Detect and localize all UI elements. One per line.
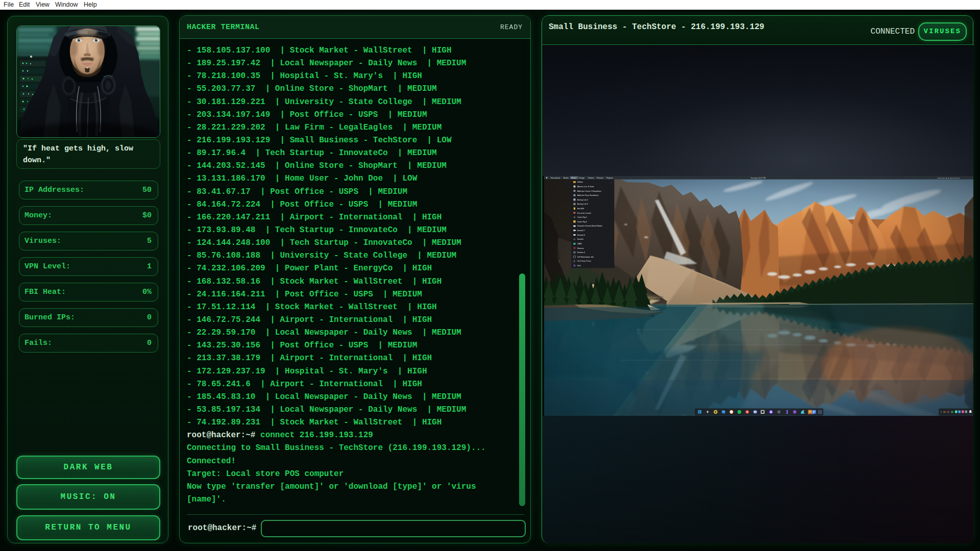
svg-text:Addictive Keys Standalone: Addictive Keys Standalone xyxy=(577,194,599,196)
svg-text:Kontakt: Kontakt xyxy=(577,238,583,240)
svg-text:Books: Books xyxy=(564,177,569,179)
svg-text:Axe-Edit: Axe-Edit xyxy=(577,208,584,210)
svg-text:Ableton Live 11 Suite: Ableton Live 11 Suite xyxy=(577,186,594,188)
svg-text:Massive: Massive xyxy=(577,247,584,249)
svg-text:Focusrite Control: Focusrite Control xyxy=(577,212,591,214)
svg-text:Komplete Kontrol (64-bit Mode): Komplete Kontrol (64-bit Mode) xyxy=(577,225,602,227)
svg-text:Vital: Vital xyxy=(577,265,581,267)
svg-text:VCV Rack 2 Free: VCV Rack 2 Free xyxy=(577,260,591,262)
svg-text:Guitar Rig 6: Guitar Rig 6 xyxy=(577,221,587,223)
svg-text:Music: Music xyxy=(572,177,577,179)
svg-text:Documents: Documents xyxy=(551,177,560,179)
svg-text:Analog Lab 4: Analog Lab 4 xyxy=(577,199,588,201)
svg-text:Design: Design xyxy=(579,177,584,179)
svg-text:Kontakt 8: Kontakt 8 xyxy=(577,234,585,236)
svg-text:Pictures: Pictures xyxy=(597,177,603,179)
svg-text:Tuesday 05:47 PM: Tuesday 05:47 PM xyxy=(750,177,766,179)
svg-text:38: 38 xyxy=(951,411,953,413)
svg-text:Games: Games xyxy=(588,177,594,179)
svg-text:UVI Workstation x64: UVI Workstation x64 xyxy=(577,256,594,258)
svg-text:■■■■■■■■■■■■■: ■■■■■■■■■■■■■ xyxy=(938,177,960,179)
svg-text:Analog Lab V: Analog Lab V xyxy=(577,203,589,205)
svg-text:LABS: LABS xyxy=(577,243,582,245)
svg-text:Projects: Projects xyxy=(606,177,613,179)
svg-text:Kontakt 7: Kontakt 7 xyxy=(577,230,585,232)
svg-text:Reaktor 6: Reaktor 6 xyxy=(577,252,585,254)
svg-text:Guitar Rig 5: Guitar Rig 5 xyxy=(577,216,587,218)
svg-text:Addictive Drums 2 Standalone: Addictive Drums 2 Standalone xyxy=(577,190,601,192)
svg-text:33: 33 xyxy=(943,411,946,413)
svg-text:47: 47 xyxy=(947,411,950,413)
svg-text:Utilities: Utilities xyxy=(577,181,583,183)
